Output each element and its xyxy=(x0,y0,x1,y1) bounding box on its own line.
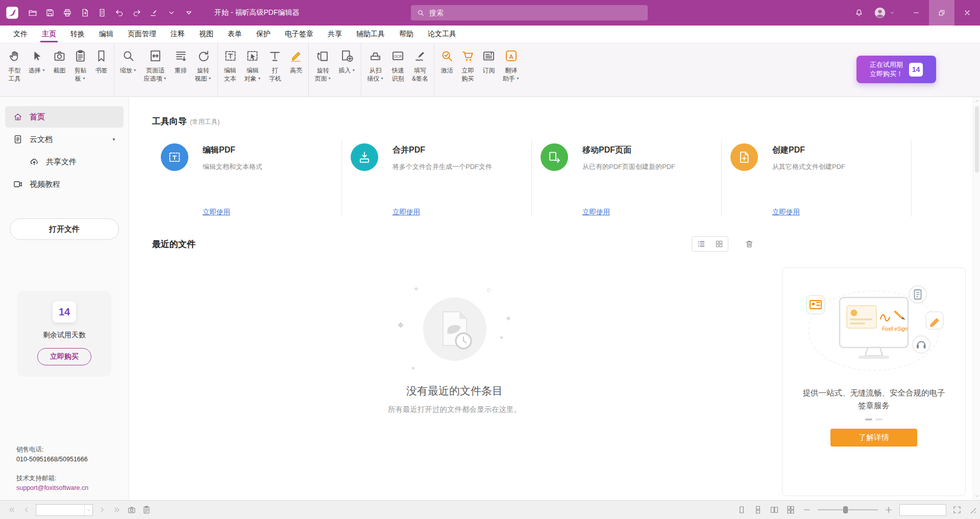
tool-rotate-view[interactable]: 旋转 视图 xyxy=(191,42,218,96)
tool-insert[interactable]: 插入 xyxy=(335,42,361,96)
continuous-view-button[interactable] xyxy=(752,504,764,515)
facing-continuous-view-button[interactable] xyxy=(785,504,796,515)
buy-now-button[interactable]: 立即购买 xyxy=(37,348,91,365)
use-now-link[interactable]: 立即使用 xyxy=(772,208,800,217)
quick-tool-button[interactable] xyxy=(129,5,145,21)
search-input[interactable] xyxy=(429,9,642,17)
zoom-slider-thumb[interactable] xyxy=(843,506,848,513)
menu-tab-form[interactable]: 表单 xyxy=(220,26,249,42)
first-page-button[interactable] xyxy=(6,504,17,515)
carousel-dots[interactable] xyxy=(865,418,883,421)
single-page-view-button[interactable] xyxy=(736,504,747,515)
carousel-dot-active[interactable] xyxy=(865,418,872,421)
carousel-dot[interactable] xyxy=(875,418,883,421)
tool-snapshot[interactable]: 截图 xyxy=(49,42,70,96)
scrollbar-thumb[interactable] xyxy=(975,106,979,172)
quick-tool-button[interactable] xyxy=(24,5,41,21)
quick-tool-button[interactable] xyxy=(181,5,197,21)
fit-screen-button[interactable] xyxy=(951,504,963,515)
tool-zoom[interactable]: 缩放 xyxy=(116,42,140,96)
tool-hand[interactable]: 手型 工具 xyxy=(4,42,25,96)
tool-edit-text[interactable]: 编辑 文本 xyxy=(220,42,241,96)
quick-tool-button[interactable] xyxy=(59,5,76,21)
zoom-out-button[interactable] xyxy=(801,504,813,515)
grid-view-button[interactable] xyxy=(710,237,728,251)
zoom-value-input[interactable] xyxy=(900,505,946,515)
tools-guide-section: 工具向导(常用工具) 编辑PDF 编辑文档和文本格式 立即使用 xyxy=(152,115,980,217)
search-box[interactable] xyxy=(411,5,648,20)
quick-tool-button[interactable] xyxy=(163,5,180,21)
quick-tool-button[interactable] xyxy=(94,5,110,21)
trial-purchase-badge[interactable]: 正在试用期 立即购买！ 14 xyxy=(856,56,936,83)
tool-ocr[interactable]: OCR 快速 识别 xyxy=(387,42,408,96)
sidebar-item-shared-files[interactable]: 共享文件 xyxy=(5,151,124,172)
menu-tab-comment[interactable]: 注释 xyxy=(163,26,192,42)
statusbar xyxy=(0,500,980,519)
tool-scanner[interactable]: 从扫 描仪 xyxy=(363,42,387,96)
menu-tab-view[interactable]: 视图 xyxy=(192,26,220,42)
tool-subscribe[interactable]: 订阅 xyxy=(478,42,499,96)
account-caret-icon[interactable] xyxy=(889,10,895,16)
clipboard-viewer-button[interactable] xyxy=(141,504,152,515)
quick-tool-button[interactable] xyxy=(77,5,93,21)
page-dropdown-caret[interactable] xyxy=(84,505,92,515)
last-page-button[interactable] xyxy=(111,504,122,515)
menu-tab-file[interactable]: 文件 xyxy=(6,26,35,42)
tool-select[interactable]: 选择 xyxy=(25,42,49,96)
tool-highlight[interactable]: 高亮 xyxy=(285,42,309,96)
minimize-button[interactable] xyxy=(903,0,929,26)
page-number-input[interactable] xyxy=(36,506,84,513)
zoom-in-button[interactable] xyxy=(883,504,894,515)
tool-rotate-pages[interactable]: 旋转 页面 xyxy=(311,42,335,96)
quick-tool-button[interactable] xyxy=(111,5,128,21)
use-now-link[interactable]: 立即使用 xyxy=(393,208,420,217)
support-email-label: 技术支持邮箱: xyxy=(16,474,88,483)
avatar[interactable] xyxy=(873,6,887,19)
list-view-button[interactable] xyxy=(692,237,710,251)
open-file-button[interactable]: 打开文件 xyxy=(10,218,119,240)
resize-grip[interactable] xyxy=(969,506,976,513)
close-button[interactable] xyxy=(954,0,980,26)
support-email-link[interactable]: support@foxitsoftware.cn xyxy=(16,483,88,493)
menu-tab-edit[interactable]: 编辑 xyxy=(92,26,120,42)
tool-activate[interactable]: 激活 xyxy=(436,42,457,96)
tool-clipboard[interactable]: 剪贴 板 xyxy=(70,42,91,96)
sidebar-item-home[interactable]: 首页 xyxy=(5,106,124,128)
tool-buy[interactable]: 立即 购买 xyxy=(457,42,478,96)
menu-tab-convert[interactable]: 转换 xyxy=(63,26,92,42)
tool-translate[interactable]: A 翻译 助手 xyxy=(499,42,523,96)
next-page-button[interactable] xyxy=(96,504,108,515)
tool-fit-options[interactable]: 页面适 应选项 xyxy=(140,42,170,96)
menu-tab-home[interactable]: 主页 xyxy=(35,26,63,42)
menu-tab-protect[interactable]: 保护 xyxy=(249,26,278,42)
snapshot-button[interactable] xyxy=(126,504,137,515)
vertical-scrollbar[interactable] xyxy=(973,97,980,500)
quick-tool-button[interactable] xyxy=(42,5,58,21)
clear-recent-button[interactable] xyxy=(742,237,757,251)
facing-view-button[interactable] xyxy=(769,504,780,515)
sidebar-item-cloud-docs[interactable]: 云文档 xyxy=(5,129,124,150)
menu-tab-accessibility[interactable]: 辅助工具 xyxy=(349,26,392,42)
zoom-slider[interactable] xyxy=(818,506,878,514)
menu-tab-organize[interactable]: 页面管理 xyxy=(120,26,163,42)
tool-edit-object[interactable]: 编辑 对象 xyxy=(241,42,265,96)
tool-fill-sign[interactable]: 填写 &签名 xyxy=(408,42,434,96)
tool-reflow[interactable]: 重排 xyxy=(170,42,191,96)
notifications-button[interactable] xyxy=(851,5,867,21)
restore-button[interactable] xyxy=(929,0,954,26)
tool-bookmark[interactable]: 书签 xyxy=(91,42,114,96)
use-now-link[interactable]: 立即使用 xyxy=(582,208,610,217)
learn-more-button[interactable]: 了解详情 xyxy=(830,429,917,447)
prev-page-button[interactable] xyxy=(21,504,32,515)
tool-typewriter[interactable]: 打 字机 xyxy=(264,42,285,96)
sidebar-item-video-tutorials[interactable]: 视频教程 xyxy=(5,174,124,195)
menu-tab-help[interactable]: 帮助 xyxy=(392,26,421,42)
menu-tab-paper-tools[interactable]: 论文工具 xyxy=(421,26,463,42)
menu-tab-share[interactable]: 共享 xyxy=(321,26,349,42)
facing-continuous-icon xyxy=(786,505,795,514)
scroll-down-icon[interactable] xyxy=(974,493,979,499)
use-now-link[interactable]: 立即使用 xyxy=(203,208,230,217)
scroll-up-icon[interactable] xyxy=(974,98,979,104)
menu-tab-esign[interactable]: 电子签章 xyxy=(278,26,321,42)
quick-tool-button[interactable] xyxy=(146,5,162,21)
